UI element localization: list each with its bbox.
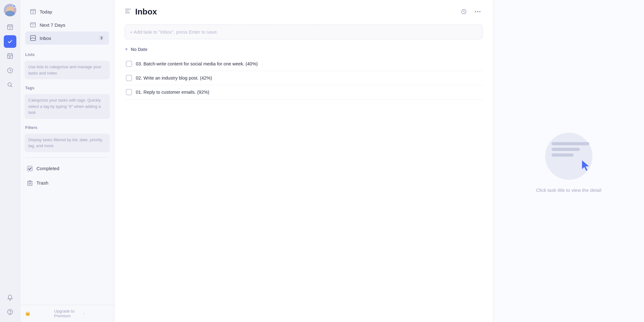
add-task-placeholder: + Add task to "Inbox", press Enter to sa… — [130, 29, 218, 35]
sidebar: 29 Today $ Next 7 Days — [20, 0, 114, 322]
trash-icon — [26, 180, 33, 186]
task-checkbox-1[interactable] — [126, 61, 132, 67]
add-task-bar[interactable]: + Add task to "Inbox", press Enter to sa… — [125, 25, 483, 39]
main-content: Inbox + Add task to "Inbox", press Enter… — [114, 0, 493, 322]
next7days-label: Next 7 Days — [40, 22, 65, 28]
upgrade-row[interactable]: 👑 Upgrade to Premium › — [20, 305, 114, 322]
more-options-button[interactable] — [472, 6, 483, 17]
upgrade-chevron-icon: › — [83, 311, 109, 316]
tags-info-box: Categorize your tasks with tags. Quickly… — [25, 94, 110, 119]
tags-section-title: Tags — [20, 80, 114, 93]
icon-bar: 29 — [0, 0, 20, 322]
placeholder-lines — [552, 142, 589, 157]
task-checkbox-3[interactable] — [126, 89, 132, 95]
detail-panel: Click task title to view the detail — [493, 0, 644, 322]
cursor-icon — [581, 160, 591, 174]
nav-icon-clock[interactable] — [4, 64, 16, 77]
placeholder-line-3 — [552, 153, 574, 157]
nav-icon-today[interactable]: 29 — [4, 21, 16, 33]
nav-icon-help[interactable] — [4, 306, 16, 318]
task-item-3[interactable]: 01. Reply to customer emails. (92%) — [125, 85, 483, 99]
inbox-badge: 3 — [98, 36, 105, 41]
filters-section-title: Filters — [20, 120, 114, 132]
svg-point-41 — [477, 11, 478, 12]
task-checkbox-2[interactable] — [126, 75, 132, 81]
sidebar-item-today[interactable]: 29 Today — [25, 5, 109, 18]
svg-text:$: $ — [33, 25, 34, 26]
inbox-label: Inbox — [40, 36, 51, 41]
upgrade-icon: 👑 — [25, 311, 51, 316]
detail-placeholder-text: Click task title to view the detail — [536, 187, 602, 193]
history-button[interactable] — [458, 6, 469, 17]
inbox-icon — [30, 35, 36, 42]
next7days-icon: $ — [30, 21, 36, 28]
svg-point-12 — [8, 83, 11, 86]
sidebar-item-inbox[interactable]: Inbox 3 — [25, 31, 109, 45]
task-title-1[interactable]: 03. Batch-write content for social media… — [136, 61, 482, 66]
task-title-2[interactable]: 02. Write an industry blog post. (42%) — [136, 75, 482, 80]
svg-point-42 — [479, 11, 480, 12]
section-chevron-icon: ▼ — [125, 47, 128, 52]
nav-icon-tasks[interactable] — [4, 35, 16, 48]
lists-section-title: Lists — [20, 47, 114, 59]
sidebar-item-completed[interactable]: Completed — [21, 162, 113, 175]
sidebar-item-trash[interactable]: Trash — [21, 176, 113, 190]
nav-icon-search[interactable] — [4, 79, 16, 91]
svg-text:29: 29 — [32, 11, 34, 13]
task-list-area: ▼ No Date 03. Batch-write content for so… — [114, 44, 493, 322]
nav-icon-calendar[interactable] — [4, 50, 16, 62]
svg-line-13 — [11, 86, 12, 87]
header-actions — [458, 6, 483, 17]
svg-rect-29 — [27, 166, 32, 171]
trash-label: Trash — [36, 180, 48, 186]
lists-info-box: Use lists to categorize and manage your … — [25, 61, 110, 79]
sidebar-item-next7days[interactable]: $ Next 7 Days — [25, 18, 109, 31]
task-item-1[interactable]: 03. Batch-write content for social media… — [125, 57, 483, 71]
main-title-icon — [125, 8, 131, 15]
svg-point-17 — [10, 314, 10, 314]
placeholder-graphic — [544, 130, 594, 180]
section-label: No Date — [131, 47, 147, 52]
avatar[interactable] — [4, 4, 16, 16]
main-header: Inbox — [114, 0, 493, 22]
nav-icon-bell[interactable] — [4, 291, 16, 304]
completed-icon — [26, 165, 33, 172]
upgrade-label: Upgrade to Premium — [54, 309, 80, 318]
sidebar-divider — [25, 157, 109, 158]
placeholder-line-1 — [552, 142, 589, 145]
page-title: Inbox — [135, 7, 455, 17]
svg-point-40 — [475, 11, 476, 12]
detail-placeholder: Click task title to view the detail — [536, 130, 602, 193]
section-header-no-date[interactable]: ▼ No Date — [125, 44, 483, 54]
svg-text:29: 29 — [9, 27, 11, 29]
today-label: Today — [40, 9, 52, 14]
today-icon: 29 — [30, 8, 36, 15]
placeholder-line-2 — [552, 148, 580, 151]
completed-label: Completed — [36, 166, 59, 171]
task-title-3[interactable]: 01. Reply to customer emails. (92%) — [136, 90, 482, 95]
task-item-2[interactable]: 02. Write an industry blog post. (42%) — [125, 71, 483, 85]
filters-info-box: Display tasks filtered by list, date, pr… — [25, 134, 110, 152]
